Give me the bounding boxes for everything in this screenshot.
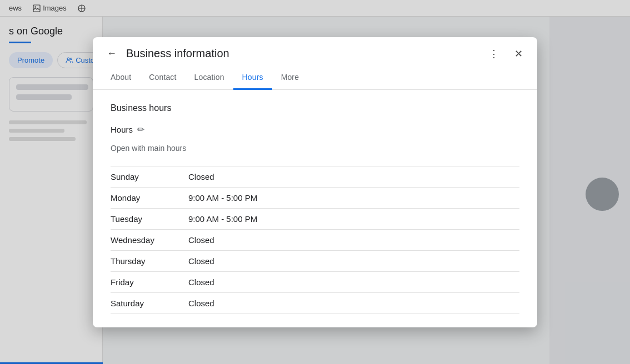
time-wednesday: Closed <box>188 235 214 245</box>
section-title: Business hours <box>111 103 519 113</box>
tab-location[interactable]: Location <box>186 66 233 90</box>
modal-title: Business information <box>126 47 479 60</box>
table-row: Friday Closed <box>111 271 519 292</box>
edit-hours-icon[interactable]: ✏ <box>137 124 144 135</box>
modal-tabs: About Contact Location Hours More <box>93 66 537 90</box>
tab-about[interactable]: About <box>102 66 140 90</box>
close-button[interactable]: ✕ <box>508 44 528 64</box>
table-row: Sunday Closed <box>111 166 519 187</box>
day-saturday: Saturday <box>111 299 188 308</box>
day-monday: Monday <box>111 193 188 203</box>
time-monday: 9:00 AM - 5:00 PM <box>188 193 257 203</box>
day-tuesday: Tuesday <box>111 214 188 224</box>
back-button[interactable]: ← <box>102 44 122 64</box>
table-row: Wednesday Closed <box>111 229 519 250</box>
tab-contact[interactable]: Contact <box>140 66 185 90</box>
modal-body: Business hours Hours ✏ Open with main ho… <box>93 90 537 327</box>
tab-more[interactable]: More <box>272 66 308 90</box>
hours-header-row: Hours ✏ <box>111 124 519 135</box>
hours-sub-label: Open with main hours <box>111 144 519 153</box>
table-row: Monday 9:00 AM - 5:00 PM <box>111 187 519 208</box>
more-options-button[interactable]: ⋮ <box>484 44 504 64</box>
business-info-modal: ← Business information ⋮ ✕ About Contact… <box>93 37 537 327</box>
day-friday: Friday <box>111 277 188 287</box>
table-row: Tuesday 9:00 AM - 5:00 PM <box>111 208 519 229</box>
day-thursday: Thursday <box>111 256 188 266</box>
modal-header: ← Business information ⋮ ✕ <box>93 37 537 64</box>
modal-overlay: ← Business information ⋮ ✕ About Contact… <box>0 0 630 364</box>
table-row: Thursday Closed <box>111 250 519 271</box>
time-thursday: Closed <box>188 256 214 266</box>
day-sunday: Sunday <box>111 172 188 181</box>
time-sunday: Closed <box>188 172 214 181</box>
day-wednesday: Wednesday <box>111 235 188 245</box>
time-friday: Closed <box>188 277 214 287</box>
time-saturday: Closed <box>188 299 214 308</box>
time-tuesday: 9:00 AM - 5:00 PM <box>188 214 257 224</box>
hours-table: Sunday Closed Monday 9:00 AM - 5:00 PM T… <box>111 166 519 314</box>
hours-label: Hours <box>111 125 133 134</box>
table-row: Saturday Closed <box>111 292 519 314</box>
tab-hours[interactable]: Hours <box>233 66 272 90</box>
